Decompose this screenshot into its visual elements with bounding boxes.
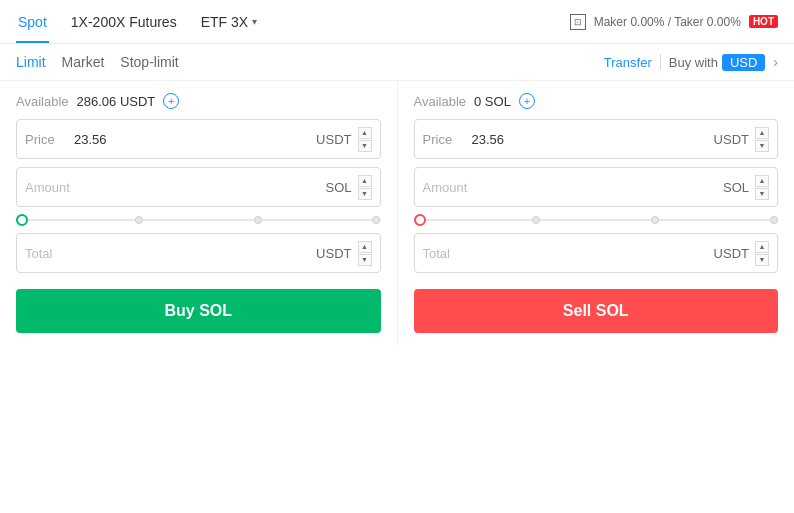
etf-chevron-icon: ▾ <box>252 16 257 27</box>
buy-total-decrement[interactable]: ▼ <box>358 254 372 266</box>
tab-etf[interactable]: ETF 3X ▾ <box>199 0 259 43</box>
sell-slider-dot-75 <box>651 216 659 224</box>
sell-price-stepper[interactable]: ▲ ▼ <box>755 127 769 152</box>
sell-slider-dots <box>414 216 779 224</box>
tab-stop-limit[interactable]: Stop-limit <box>120 52 178 72</box>
buy-total-stepper[interactable]: ▲ ▼ <box>358 241 372 266</box>
buy-add-funds-button[interactable]: + <box>163 93 179 109</box>
arrow-right-icon[interactable]: › <box>773 54 778 70</box>
buy-slider-handle[interactable] <box>16 214 28 226</box>
buy-price-decrement[interactable]: ▼ <box>358 140 372 152</box>
order-actions-right: Transfer Buy with USD › <box>604 54 778 71</box>
buy-price-stepper[interactable]: ▲ ▼ <box>358 127 372 152</box>
sell-available-value: 0 SOL <box>474 94 511 109</box>
buy-with-container: Buy with USD <box>669 54 766 71</box>
sell-price-decrement[interactable]: ▼ <box>755 140 769 152</box>
buy-available-value: 286.06 USDT <box>77 94 156 109</box>
sell-total-input[interactable] <box>468 246 714 261</box>
sell-add-funds-button[interactable]: + <box>519 93 535 109</box>
sell-price-label: Price <box>423 132 468 147</box>
currency-badge[interactable]: USD <box>722 54 765 71</box>
buy-slider-track <box>16 219 381 221</box>
transfer-button[interactable]: Transfer <box>604 55 652 70</box>
vertical-divider <box>660 54 661 70</box>
fee-info: Maker 0.00% / Taker 0.00% <box>594 15 741 29</box>
sell-total-decrement[interactable]: ▼ <box>755 254 769 266</box>
nav-tabs-left: Spot 1X-200X Futures ETF 3X ▾ <box>16 0 259 43</box>
buy-price-input-group: Price USDT ▲ ▼ <box>16 119 381 159</box>
buy-available-label: Available <box>16 94 69 109</box>
buy-slider-dot-75 <box>254 216 262 224</box>
sell-amount-increment[interactable]: ▲ <box>755 175 769 187</box>
tab-futures[interactable]: 1X-200X Futures <box>69 0 179 43</box>
buy-slider-dots <box>16 216 381 224</box>
buy-with-label: Buy with <box>669 55 718 70</box>
buy-slider-dot-50 <box>135 216 143 224</box>
buy-total-input-group: Total USDT ▲ ▼ <box>16 233 381 273</box>
buy-price-increment[interactable]: ▲ <box>358 127 372 139</box>
buy-amount-increment[interactable]: ▲ <box>358 175 372 187</box>
sell-available-label: Available <box>414 94 467 109</box>
sell-available-row: Available 0 SOL + <box>414 93 779 109</box>
top-nav: Spot 1X-200X Futures ETF 3X ▾ ⊡ Maker 0.… <box>0 0 794 44</box>
sell-amount-input[interactable] <box>468 180 723 195</box>
buy-total-label: Total <box>25 246 70 261</box>
buy-total-increment[interactable]: ▲ <box>358 241 372 253</box>
sell-slider-handle[interactable] <box>414 214 426 226</box>
sell-price-input-group: Price USDT ▲ ▼ <box>414 119 779 159</box>
buy-amount-input-group: Amount SOL ▲ ▼ <box>16 167 381 207</box>
buy-total-currency: USDT <box>316 246 351 261</box>
buy-amount-currency: SOL <box>325 180 351 195</box>
tab-market[interactable]: Market <box>62 52 105 72</box>
buy-available-row: Available 286.06 USDT + <box>16 93 381 109</box>
sell-slider-track <box>414 219 779 221</box>
nav-right: ⊡ Maker 0.00% / Taker 0.00% HOT <box>570 14 778 30</box>
sell-amount-currency: SOL <box>723 180 749 195</box>
buy-price-currency: USDT <box>316 132 351 147</box>
buy-amount-input[interactable] <box>70 180 325 195</box>
sell-slider-dot-50 <box>532 216 540 224</box>
tab-spot[interactable]: Spot <box>16 0 49 43</box>
sell-total-input-group: Total USDT ▲ ▼ <box>414 233 779 273</box>
sell-price-input[interactable] <box>468 132 714 147</box>
sell-total-label: Total <box>423 246 468 261</box>
fee-icon: ⊡ <box>570 14 586 30</box>
sell-button[interactable]: Sell SOL <box>414 289 779 333</box>
sell-column: Available 0 SOL + Price USDT ▲ ▼ Amount … <box>398 81 795 345</box>
buy-button[interactable]: Buy SOL <box>16 289 381 333</box>
buy-slider-dot-100 <box>372 216 380 224</box>
sell-slider-dot-100 <box>770 216 778 224</box>
buy-slider-container[interactable] <box>16 215 381 225</box>
buy-amount-label: Amount <box>25 180 70 195</box>
buy-column: Available 286.06 USDT + Price USDT ▲ ▼ A… <box>0 81 398 345</box>
sell-total-increment[interactable]: ▲ <box>755 241 769 253</box>
buy-amount-stepper[interactable]: ▲ ▼ <box>358 175 372 200</box>
sell-slider-container[interactable] <box>414 215 779 225</box>
buy-price-label: Price <box>25 132 70 147</box>
sell-amount-decrement[interactable]: ▼ <box>755 188 769 200</box>
sell-total-currency: USDT <box>714 246 749 261</box>
tab-limit[interactable]: Limit <box>16 52 46 72</box>
buy-price-input[interactable] <box>70 132 316 147</box>
sell-price-currency: USDT <box>714 132 749 147</box>
sell-amount-label: Amount <box>423 180 468 195</box>
sell-price-increment[interactable]: ▲ <box>755 127 769 139</box>
order-type-tabs: Limit Market Stop-limit <box>16 52 179 72</box>
order-type-bar: Limit Market Stop-limit Transfer Buy wit… <box>0 44 794 81</box>
trading-area: Available 286.06 USDT + Price USDT ▲ ▼ A… <box>0 81 794 345</box>
sell-total-stepper[interactable]: ▲ ▼ <box>755 241 769 266</box>
sell-amount-stepper[interactable]: ▲ ▼ <box>755 175 769 200</box>
sell-amount-input-group: Amount SOL ▲ ▼ <box>414 167 779 207</box>
buy-amount-decrement[interactable]: ▼ <box>358 188 372 200</box>
buy-total-input[interactable] <box>70 246 316 261</box>
hot-badge: HOT <box>749 15 778 28</box>
